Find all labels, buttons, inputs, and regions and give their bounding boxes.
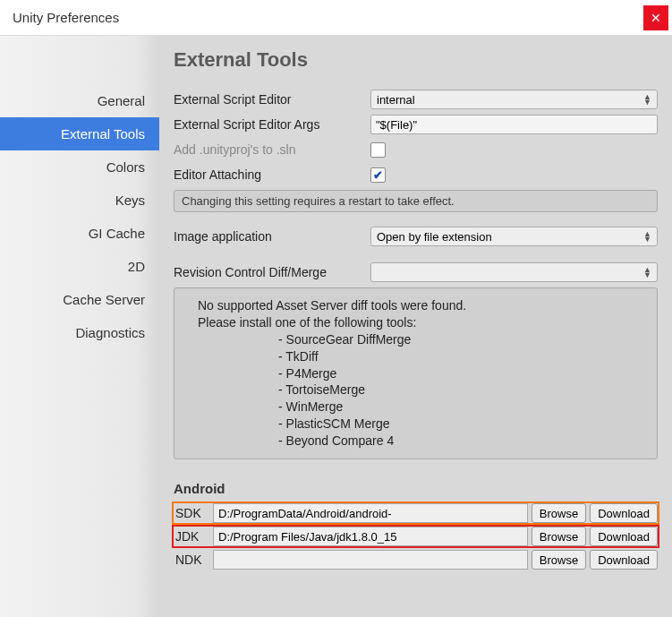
script-args-label: External Script Editor Args bbox=[174, 117, 370, 132]
sidebar-item-diagnostics[interactable]: Diagnostics bbox=[0, 316, 159, 349]
add-unityproj-label: Add .unityproj's to .sln bbox=[174, 142, 370, 157]
sidebar-item-2d[interactable]: 2D bbox=[0, 250, 159, 283]
warn-line1: No supported Asset Server diff tools wer… bbox=[198, 297, 646, 314]
editor-attaching-label: Editor Attaching bbox=[174, 167, 370, 182]
warn-tool-item: - Beyond Compare 4 bbox=[278, 433, 646, 450]
main-panel: External Tools External Script Editor in… bbox=[159, 36, 672, 617]
sidebar-item-general[interactable]: General bbox=[0, 84, 159, 117]
script-editor-dropdown[interactable]: internal ▲▼ bbox=[370, 90, 658, 109]
close-button[interactable]: ✕ bbox=[643, 5, 668, 30]
sdk-browse-button[interactable]: Browse bbox=[532, 503, 586, 523]
titlebar: Unity Preferences ✕ bbox=[0, 0, 672, 36]
sidebar: General External Tools Colors Keys GI Ca… bbox=[0, 36, 159, 617]
jdk-browse-button[interactable]: Browse bbox=[532, 527, 586, 546]
warn-tool-item: - SourceGear DiffMerge bbox=[278, 331, 646, 348]
script-args-input[interactable] bbox=[370, 115, 658, 134]
ndk-row: NDK Browse Download bbox=[174, 550, 658, 570]
image-app-dropdown[interactable]: Open by file extension ▲▼ bbox=[370, 227, 658, 246]
sdk-download-button[interactable]: Download bbox=[590, 503, 658, 523]
revision-label: Revision Control Diff/Merge bbox=[174, 265, 370, 279]
restart-helpbox: Changing this setting requires a restart… bbox=[174, 190, 658, 212]
warn-tool-item: - TkDiff bbox=[278, 348, 646, 365]
script-editor-value: internal bbox=[377, 93, 415, 107]
ndk-browse-button[interactable]: Browse bbox=[532, 550, 586, 570]
android-section-title: Android bbox=[174, 481, 658, 496]
sidebar-item-gi-cache[interactable]: GI Cache bbox=[0, 217, 159, 250]
ndk-label: NDK bbox=[174, 553, 209, 567]
dropdown-arrows-icon: ▲▼ bbox=[643, 231, 651, 242]
close-icon: ✕ bbox=[651, 11, 661, 25]
ndk-input[interactable] bbox=[213, 550, 528, 570]
dropdown-arrows-icon: ▲▼ bbox=[643, 267, 651, 278]
warn-tool-item: - P4Merge bbox=[278, 365, 646, 382]
sdk-row: SDK Browse Download bbox=[174, 503, 658, 523]
image-app-label: Image application bbox=[174, 229, 370, 244]
jdk-row: JDK Browse Download bbox=[174, 527, 658, 546]
warn-tool-item: - TortoiseMerge bbox=[278, 381, 646, 398]
sidebar-item-external-tools[interactable]: External Tools bbox=[0, 117, 159, 150]
warn-tool-item: - PlasticSCM Merge bbox=[278, 416, 646, 433]
revision-dropdown[interactable]: ▲▼ bbox=[370, 262, 658, 282]
warn-tool-item: - WinMerge bbox=[278, 398, 646, 416]
jdk-download-button[interactable]: Download bbox=[590, 527, 658, 546]
script-editor-label: External Script Editor bbox=[174, 92, 370, 107]
editor-attaching-checkbox[interactable] bbox=[370, 167, 386, 183]
sdk-label: SDK bbox=[174, 506, 209, 520]
warn-line2: Please install one of the following tool… bbox=[198, 314, 646, 331]
window-title: Unity Preferences bbox=[13, 10, 119, 25]
image-app-value: Open by file extension bbox=[377, 230, 492, 244]
sidebar-item-keys[interactable]: Keys bbox=[0, 184, 159, 217]
dropdown-arrows-icon: ▲▼ bbox=[643, 94, 651, 105]
jdk-input[interactable] bbox=[213, 527, 528, 546]
sidebar-item-colors[interactable]: Colors bbox=[0, 150, 159, 184]
ndk-download-button[interactable]: Download bbox=[590, 550, 658, 570]
jdk-label: JDK bbox=[174, 529, 209, 544]
add-unityproj-checkbox[interactable] bbox=[370, 142, 386, 158]
diff-tools-warnbox: No supported Asset Server diff tools wer… bbox=[174, 287, 658, 459]
sidebar-item-cache-server[interactable]: Cache Server bbox=[0, 283, 159, 316]
page-title: External Tools bbox=[174, 48, 658, 72]
sdk-input[interactable] bbox=[213, 503, 528, 523]
